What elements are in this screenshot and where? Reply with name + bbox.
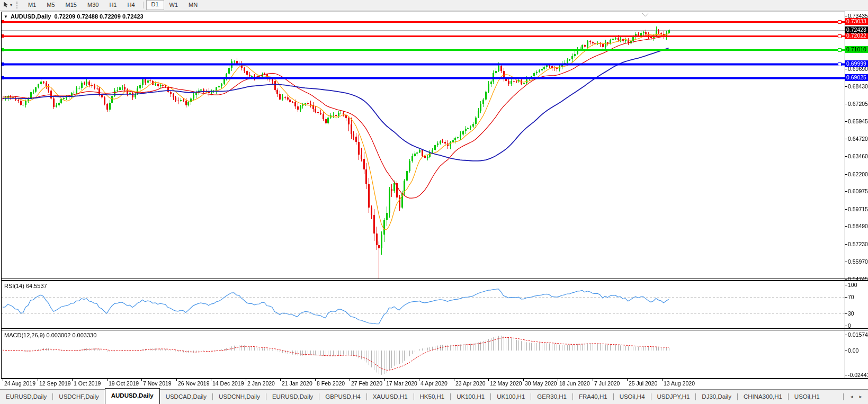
date-axis-label: 30 May 2020 [525,380,557,387]
chart-tab-gbpusd-h4[interactable]: GBPUSD,H4 [319,390,366,404]
price-level-label[interactable]: 0.69025 [845,74,868,81]
rsi-axis-tick: 70 [848,294,854,301]
macd-axis-tick: 0.015741 [848,331,868,338]
chart-tab-usdjpy-h1[interactable]: USDJPY,H1 [651,390,696,404]
tab-scroll-left-icon[interactable]: ◄ [849,394,854,399]
macd-axis-tick: 0.00 [848,347,858,354]
timeframe-button-m30[interactable]: M30 [82,1,104,10]
price-level-label[interactable]: 0.71010 [845,46,868,53]
date-axis-label: 24 Aug 2019 [4,380,35,387]
chart-tab-usdchf-daily[interactable]: USDCHF,Daily [53,390,104,404]
chart-tab-eurusd-daily[interactable]: EURUSD,Daily [0,390,52,404]
chart-canvas[interactable] [0,0,868,404]
collapse-arrow-icon[interactable]: ▼ [4,14,8,19]
price-level-label[interactable]: 0.69999 [845,60,868,67]
timeframe-button-h4[interactable]: H4 [122,1,140,10]
date-axis-label: 25 Jul 2020 [629,380,657,387]
price-axis-tick: 0.58490 [848,223,868,230]
date-axis-label: 7 Nov 2019 [143,380,172,387]
tab-bar: EURUSD,DailyUSDCHF,DailyAUDUSD,DailyUSDC… [0,389,868,404]
tab-scroll-right-icon[interactable]: ► [858,394,863,399]
tab-divider [843,393,844,400]
date-axis-label: 1 Oct 2019 [74,380,101,387]
chart-tab-usoil-h4[interactable]: USOil,H4 [614,390,651,404]
date-axis-label: 26 Nov 2019 [178,380,210,387]
timeframe-button-d1[interactable]: D1 [146,0,164,10]
price-axis-tick: 0.65945 [848,118,868,125]
chart-tab-china300-h1[interactable]: CHINA300,H1 [738,390,788,404]
rsi-axis-tick: 0 [848,322,851,329]
timeframe-button-w1[interactable]: W1 [164,1,184,10]
price-axis-tick: 0.63460 [848,153,868,160]
chart-tab-eurusd-daily[interactable]: EURUSD,Daily [266,390,319,404]
mt4-window: { "toolbar": { "cursor_tool": "cursor-to… [0,0,868,404]
chart-tab-ger30-h1[interactable]: GER30,H1 [531,390,572,404]
rsi-axis-tick: 30 [848,310,854,317]
toolbar: ▾ M1M5M15M30H1H4D1W1MN [0,0,868,11]
price-axis-tick: 0.62200 [848,171,868,178]
macd-label: MACD(12,26,9) 0.003002 0.003330 [4,332,96,338]
current-price-label: 0.72423 [845,26,868,33]
toolbar-grip[interactable] [16,2,19,8]
chart-tab-uk100-h1[interactable]: UK100,H1 [491,390,531,404]
date-axis-label: 27 Feb 2020 [351,380,382,387]
date-axis-label: 14 Dec 2019 [212,380,244,387]
date-axis-label: 7 Jul 2020 [594,380,620,387]
date-axis-label: 8 Feb 2020 [317,380,345,387]
price-axis-tick: 0.64720 [848,136,868,142]
chart-tab-usdcnh-daily[interactable]: USDCNH,Daily [213,390,266,404]
price-axis-tick: 0.55970 [848,258,868,265]
timeframe-button-group: M1M5M15M30H1H4D1W1MN [23,0,203,10]
chart-tab-usdcad-daily[interactable]: USDCAD,Daily [160,390,212,404]
chart-tab-audusd-daily[interactable]: AUDUSD,Daily [105,388,160,404]
price-axis-tick: 0.60975 [848,188,868,195]
date-axis-label: 2 Jan 2020 [247,380,275,387]
tab-scroll-controls: ◄► [838,393,868,400]
price-axis-tick: 0.57230 [848,241,868,248]
price-axis-tick: 0.67205 [848,101,868,107]
price-axis-tick: 0.68430 [848,83,868,90]
chart-tab-hk50-h1[interactable]: HK50,H1 [414,390,451,404]
date-axis-label: 12 May 2020 [490,380,522,387]
toolbar-separator [143,2,144,8]
macd-axis-tick: -0.024412 [848,372,868,379]
date-axis-label: 21 Jan 2020 [282,380,312,387]
timeframe-button-mn[interactable]: MN [183,1,203,10]
chart-tab-uk100-h1[interactable]: UK100,H1 [451,390,490,404]
price-level-label[interactable]: 0.73033 [845,18,868,25]
symbol-period-label: AUDUSD,Daily [11,13,51,20]
timeframe-button-m1[interactable]: M1 [23,1,41,10]
chevron-down-icon[interactable]: ▾ [10,3,12,7]
cursor-tool-button[interactable]: ▾ [0,1,14,10]
chart-tab-fra40-h1[interactable]: FRA40,H1 [573,390,613,404]
date-axis-label: 17 Mar 2020 [386,380,417,387]
rsi-label: RSI(14) 64.5537 [4,283,47,289]
date-axis-label: 4 Apr 2020 [420,380,448,387]
date-axis-label: 18 Jun 2020 [559,380,590,387]
date-axis-label: 12 Sep 2019 [39,380,71,387]
timeframe-button-m15[interactable]: M15 [60,1,82,10]
date-axis-label: 13 Aug 2020 [664,380,695,387]
chart-tab-dj30-daily[interactable]: DJ30,Daily [696,390,737,404]
timeframe-button-h1[interactable]: H1 [104,1,122,10]
cursor-tool-icon [2,1,9,9]
chart-tab-xauusd-h1[interactable]: XAUUSD,H1 [367,390,414,404]
timeframe-button-m5[interactable]: M5 [41,1,60,10]
ohlc-values: 0.72209 0.72488 0.72209 0.72423 [54,13,143,20]
chart-tab-usoil-h1[interactable]: USOil,H1 [789,390,826,404]
rsi-axis-tick: 100 [848,282,857,289]
date-axis-label: 23 Apr 2020 [455,380,486,387]
price-axis-tick: 0.59715 [848,206,868,213]
date-axis-label: 19 Oct 2019 [109,380,139,387]
chart-title: ▼AUDUSD,Daily 0.72209 0.72488 0.72209 0.… [4,13,144,20]
